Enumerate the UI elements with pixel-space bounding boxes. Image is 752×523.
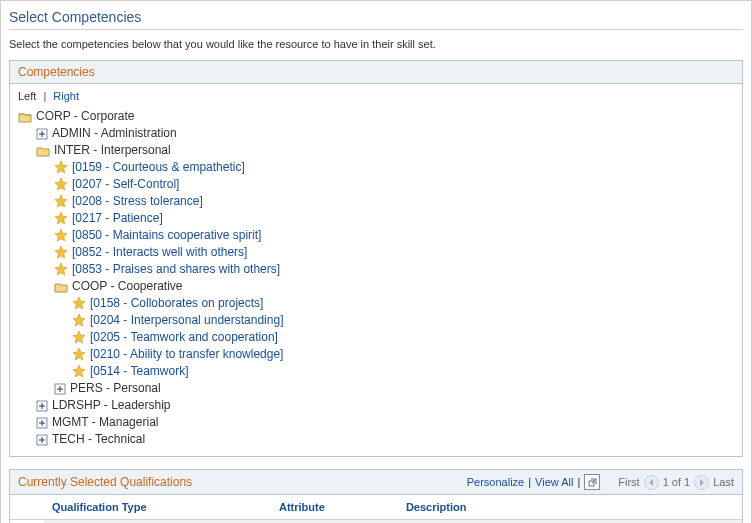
align-sep: |: [43, 90, 46, 102]
align-right-link[interactable]: Right: [53, 90, 79, 102]
competency-link[interactable]: [0514 - Teamwork]: [90, 363, 189, 380]
star-icon: [72, 312, 86, 329]
node-label: INTER - Interpersonal: [54, 142, 171, 159]
viewall-link[interactable]: View All: [535, 476, 573, 488]
qualifications-section: Currently Selected Qualifications Person…: [9, 469, 743, 523]
expand-icon[interactable]: [36, 431, 48, 448]
star-icon: [54, 261, 68, 278]
tool-sep: |: [528, 476, 531, 488]
node-label: COOP - Cooperative: [72, 278, 183, 295]
star-icon: [72, 295, 86, 312]
col-qualtype[interactable]: Qualification Type: [44, 495, 271, 520]
cell-attribute: [271, 520, 398, 524]
competency-tree: CORP - Corporate ADMIN - Administration …: [18, 108, 734, 448]
node-label: TECH - Technical: [52, 431, 145, 448]
last-label: Last: [713, 476, 734, 488]
col-attribute[interactable]: Attribute: [271, 495, 398, 520]
prev-page-button[interactable]: [644, 475, 659, 490]
page-title: Select Competencies: [9, 9, 743, 30]
expand-icon[interactable]: [36, 414, 48, 431]
star-icon: [54, 244, 68, 261]
cell-qualtype: Competency: [44, 520, 271, 524]
qualifications-table: Qualification Type Attribute Description…: [10, 495, 742, 523]
competencies-header: Competencies: [10, 61, 742, 84]
col-description[interactable]: Description: [398, 495, 702, 520]
competency-link[interactable]: [0159 - Courteous & empathetic]: [72, 159, 245, 176]
node-label: MGMT - Managerial: [52, 414, 158, 431]
expand-icon[interactable]: [36, 125, 48, 142]
row-index: 1: [10, 520, 44, 524]
competency-link[interactable]: [0852 - Interacts well with others]: [72, 244, 247, 261]
align-left-label: Left: [18, 90, 36, 102]
star-icon: [54, 210, 68, 227]
node-label: ADMIN - Administration: [52, 125, 177, 142]
tool-sep: |: [577, 476, 580, 488]
star-icon: [72, 346, 86, 363]
star-icon: [54, 159, 68, 176]
competency-link[interactable]: [0205 - Teamwork and cooperation]: [90, 329, 278, 346]
competency-link[interactable]: [0217 - Patience]: [72, 210, 163, 227]
competency-link[interactable]: [0207 - Self-Control]: [72, 176, 179, 193]
popout-icon[interactable]: [584, 474, 600, 490]
node-label: LDRSHP - Leadership: [52, 397, 171, 414]
qualifications-title: Currently Selected Qualifications: [18, 475, 192, 489]
first-label: First: [618, 476, 639, 488]
page-indicator: 1 of 1: [663, 476, 691, 488]
competency-link[interactable]: [0208 - Stress tolerance]: [72, 193, 203, 210]
folder-open-icon[interactable]: [36, 142, 50, 159]
table-row: 1CompetencyTeamwork and cooperation: [10, 520, 742, 524]
competency-link[interactable]: [0850 - Maintains cooperative spirit]: [72, 227, 261, 244]
star-icon: [54, 193, 68, 210]
star-icon: [72, 329, 86, 346]
star-icon: [54, 176, 68, 193]
expand-icon[interactable]: [54, 380, 66, 397]
tree-align-bar: Left | Right: [18, 90, 734, 102]
competency-link[interactable]: [0853 - Praises and shares with others]: [72, 261, 280, 278]
node-label: CORP - Corporate: [36, 108, 134, 125]
col-index: [10, 495, 44, 520]
personalize-link[interactable]: Personalize: [467, 476, 524, 488]
star-icon: [54, 227, 68, 244]
next-page-button[interactable]: [694, 475, 709, 490]
pager: First 1 of 1 Last: [618, 475, 734, 490]
competency-link[interactable]: [0158 - Colloborates on projects]: [90, 295, 263, 312]
competencies-section: Competencies Left | Right CORP - Corpora…: [9, 60, 743, 457]
folder-open-icon[interactable]: [18, 108, 32, 125]
competency-link[interactable]: [0204 - Interpersonal understanding]: [90, 312, 283, 329]
folder-open-icon[interactable]: [54, 278, 68, 295]
col-actions: [702, 495, 742, 520]
node-label: PERS - Personal: [70, 380, 161, 397]
cell-actions: [702, 520, 742, 524]
cell-description: Teamwork and cooperation: [398, 520, 702, 524]
instruction-text: Select the competencies below that you w…: [9, 38, 743, 50]
star-icon: [72, 363, 86, 380]
expand-icon[interactable]: [36, 397, 48, 414]
competency-link[interactable]: [0210 - Ability to transfer knowledge]: [90, 346, 283, 363]
